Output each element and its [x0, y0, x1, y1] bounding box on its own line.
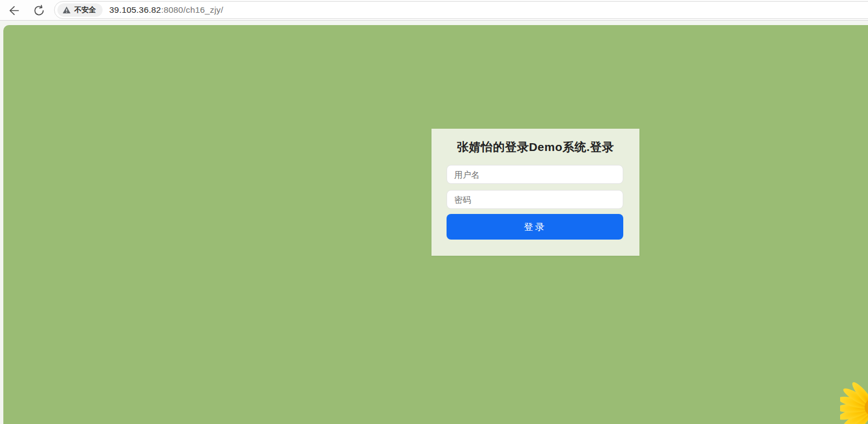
browser-toolbar: 不安全 39.105.36.82:8080/ch16_zjy/ — [0, 0, 868, 21]
reload-button[interactable] — [31, 2, 47, 19]
login-button[interactable]: 登录 — [447, 214, 623, 240]
back-button[interactable] — [6, 2, 22, 19]
url-text: 39.105.36.82:8080/ch16_zjy/ — [109, 5, 223, 15]
security-chip[interactable]: 不安全 — [57, 3, 103, 17]
reload-icon — [32, 4, 46, 17]
page-frame: 张婧怡的登录Demo系统.登录 登录 — [0, 21, 868, 424]
back-icon — [7, 4, 21, 17]
sunflower-illustration — [840, 381, 868, 424]
login-card: 张婧怡的登录Demo系统.登录 登录 — [431, 129, 639, 256]
warning-icon — [62, 6, 71, 14]
security-badge-label: 不安全 — [74, 5, 96, 15]
url-path: :8080/ch16_zjy/ — [161, 5, 224, 14]
username-input[interactable] — [447, 165, 623, 184]
password-input[interactable] — [447, 190, 623, 209]
login-button-label: 登录 — [524, 222, 546, 232]
address-bar[interactable]: 不安全 39.105.36.82:8080/ch16_zjy/ — [54, 1, 868, 19]
login-title: 张婧怡的登录Demo系统.登录 — [431, 139, 639, 155]
url-host: 39.105.36.82 — [109, 5, 161, 14]
webpage-background: 张婧怡的登录Demo系统.登录 登录 — [3, 25, 868, 424]
